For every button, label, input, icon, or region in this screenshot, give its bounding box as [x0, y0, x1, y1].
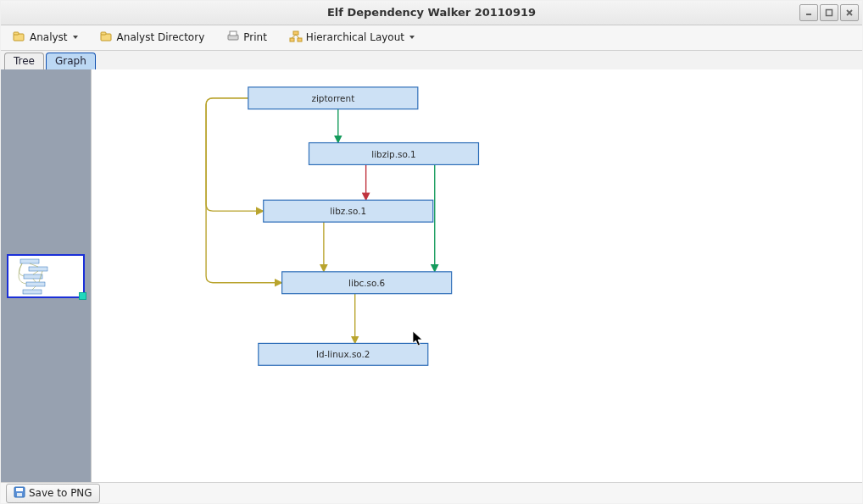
chevron-down-icon — [409, 36, 415, 39]
svg-rect-19 — [23, 290, 42, 294]
svg-rect-18 — [26, 282, 45, 286]
overview-thumbnail[interactable] — [7, 254, 85, 298]
node-label-libc: libc.so.6 — [348, 278, 385, 288]
svg-rect-7 — [101, 32, 106, 35]
analyst-menu[interactable]: Analyst — [8, 28, 83, 47]
maximize-button[interactable] — [820, 4, 838, 21]
svg-rect-9 — [230, 31, 237, 36]
layout-label: Hierarchical Layout — [306, 31, 404, 43]
edge-ziptorrent-libz — [206, 98, 264, 211]
printer-icon — [226, 30, 240, 45]
node-label-libzip: libzip.so.1 — [371, 148, 415, 158]
window-title: Elf Dependency Walker 20110919 — [1, 6, 862, 19]
node-label-libz: libz.so.1 — [330, 206, 366, 216]
node-ldlinux[interactable]: ld-linux.so.2 — [259, 343, 428, 365]
svg-line-13 — [292, 35, 296, 38]
overview-resize-handle[interactable] — [79, 292, 86, 300]
tab-graph[interactable]: Graph — [46, 53, 96, 69]
folder-open-icon — [13, 30, 26, 45]
close-button[interactable] — [840, 4, 859, 21]
analyst-directory-button[interactable]: Analyst Directory — [95, 28, 210, 47]
tab-graph-label: Graph — [55, 55, 86, 67]
node-label-ldlinux: ld-linux.so.2 — [316, 349, 370, 359]
svg-line-14 — [296, 35, 299, 38]
folder-icon — [100, 30, 114, 45]
svg-rect-15 — [20, 259, 39, 263]
node-libzip[interactable]: libzip.so.1 — [309, 142, 478, 164]
tabs: Tree Graph — [1, 51, 862, 69]
graph-canvas[interactable]: ziptorrentlibzip.so.1libz.so.1libc.so.6l… — [91, 69, 862, 483]
svg-rect-26 — [16, 488, 23, 491]
tab-tree-label: Tree — [14, 55, 35, 67]
chevron-down-icon — [73, 36, 78, 39]
tab-tree[interactable]: Tree — [4, 53, 44, 69]
title-bar: Elf Dependency Walker 20110919 — [1, 1, 862, 25]
overview-panel — [1, 69, 91, 483]
layout-icon — [289, 30, 303, 45]
node-label-ziptorrent: ziptorrent — [311, 93, 354, 103]
print-label: Print — [243, 31, 267, 43]
status-bar: Save to PNG — [1, 482, 862, 503]
print-button[interactable]: Print — [221, 28, 272, 47]
node-libz[interactable]: libz.so.1 — [264, 200, 433, 222]
svg-rect-16 — [29, 267, 47, 271]
save-to-png-label: Save to PNG — [29, 487, 92, 499]
svg-rect-17 — [24, 274, 42, 279]
layout-menu[interactable]: Hierarchical Layout — [284, 28, 420, 47]
edge-ziptorrent-libc — [206, 98, 282, 283]
analyst-directory-label: Analyst Directory — [117, 31, 205, 43]
svg-rect-12 — [298, 38, 302, 42]
svg-rect-1 — [827, 9, 832, 15]
analyst-label: Analyst — [30, 31, 68, 43]
minimize-button[interactable] — [799, 4, 818, 21]
save-icon — [14, 486, 25, 501]
node-ziptorrent[interactable]: ziptorrent — [248, 87, 418, 109]
svg-rect-27 — [17, 493, 22, 496]
svg-rect-5 — [14, 32, 19, 35]
svg-rect-11 — [290, 38, 294, 42]
toolbar: Analyst Analyst Directory Print Hierarch… — [1, 25, 862, 52]
svg-rect-10 — [293, 31, 298, 35]
node-libc[interactable]: libc.so.6 — [282, 272, 452, 294]
save-to-png-button[interactable]: Save to PNG — [6, 484, 100, 503]
